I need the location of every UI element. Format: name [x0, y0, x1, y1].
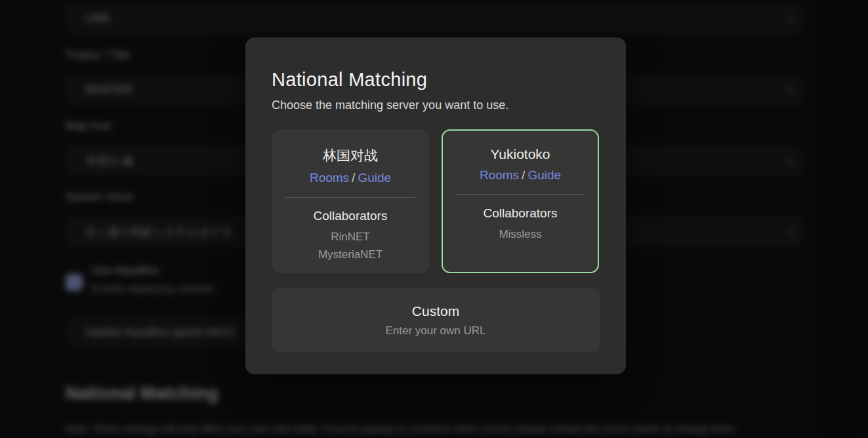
- collaborator-name: RinNET: [273, 228, 428, 246]
- custom-server-card[interactable]: Custom Enter your own URL: [272, 288, 600, 352]
- server-cards-row: 林国对战 Rooms/Guide Collaborators RinNET My…: [272, 129, 600, 273]
- custom-server-subtitle: Enter your own URL: [385, 324, 486, 338]
- server-links: Rooms/Guide: [273, 171, 428, 185]
- rooms-link[interactable]: Rooms: [310, 171, 349, 185]
- server-links: Rooms/Guide: [443, 168, 598, 183]
- links-separator: /: [522, 168, 525, 182]
- server-card-linguo[interactable]: 林国对战 Rooms/Guide Collaborators RinNET My…: [272, 129, 429, 273]
- dialog-title: National Matching: [272, 69, 600, 91]
- dialog-subtitle: Choose the matching server you want to u…: [272, 99, 600, 112]
- collaborators-heading: Collaborators: [273, 209, 428, 223]
- server-name: 林国对战: [273, 146, 428, 165]
- rooms-link[interactable]: Rooms: [480, 168, 519, 182]
- guide-link[interactable]: Guide: [358, 171, 391, 185]
- collaborator-name: Missless: [443, 225, 598, 243]
- guide-link[interactable]: Guide: [527, 168, 561, 182]
- national-matching-dialog: National Matching Choose the matching se…: [245, 37, 626, 374]
- server-card-yukiotoko[interactable]: Yukiotoko Rooms/Guide Collaborators Miss…: [442, 129, 599, 273]
- custom-server-title: Custom: [412, 303, 459, 319]
- settings-page: LINK ▾ Trophy / Title MASTER ▾ Map Icon …: [0, 0, 868, 438]
- card-divider: [455, 194, 585, 195]
- collaborator-name: MysteriaNET: [273, 246, 428, 263]
- links-separator: /: [352, 171, 355, 185]
- server-name: Yukiotoko: [443, 146, 598, 162]
- card-divider: [285, 197, 415, 198]
- collaborators-heading: Collaborators: [443, 206, 598, 221]
